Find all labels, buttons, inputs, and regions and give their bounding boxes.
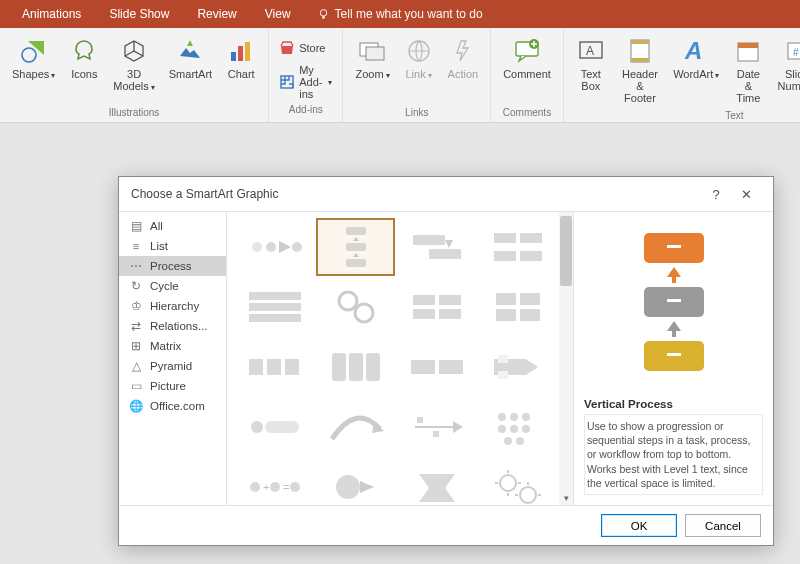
datetime-button[interactable]: Date &Time — [726, 32, 770, 108]
group-label-comments: Comments — [503, 105, 551, 122]
tab-review[interactable]: Review — [183, 0, 250, 28]
shapes-button[interactable]: Shapes▾ — [6, 32, 61, 105]
thumb-process-6[interactable] — [316, 278, 395, 336]
datetime-icon — [736, 39, 760, 63]
svg-point-25 — [252, 242, 262, 252]
link-button[interactable]: Link▾ — [398, 32, 440, 105]
thumb-process-17[interactable]: += — [235, 458, 314, 505]
thumb-process-14[interactable] — [316, 398, 395, 456]
svg-rect-81 — [667, 245, 681, 248]
svg-rect-55 — [366, 353, 380, 381]
thumb-process-11[interactable] — [397, 338, 476, 396]
cat-pyramid[interactable]: △Pyramid — [119, 356, 226, 376]
ok-button[interactable]: OK — [601, 514, 677, 537]
cat-cycle[interactable]: ↻Cycle — [119, 276, 226, 296]
svg-rect-37 — [249, 292, 301, 300]
smartart-dialog: Choose a SmartArt Graphic ? ✕ ▤All ≡List… — [118, 176, 774, 546]
comment-button[interactable]: Comment — [497, 32, 557, 105]
svg-rect-16 — [631, 40, 649, 44]
all-icon: ▤ — [129, 219, 143, 233]
thumb-process-3[interactable] — [397, 218, 476, 276]
group-label-text: Text — [725, 108, 743, 125]
textbox-button[interactable]: A TextBox — [570, 32, 612, 108]
slidenumber-button[interactable]: # SlideNumber — [772, 32, 800, 108]
thumb-process-18[interactable] — [316, 458, 395, 505]
thumb-process-12[interactable] — [478, 338, 557, 396]
thumb-process-15[interactable] — [397, 398, 476, 456]
thumb-process-19[interactable] — [397, 458, 476, 505]
svg-rect-56 — [411, 360, 435, 374]
tell-me-search[interactable]: Tell me what you want to do — [305, 7, 483, 21]
preview-description: Use to show a progression or sequential … — [584, 414, 763, 495]
chart-icon — [228, 38, 254, 64]
thumb-process-16[interactable] — [478, 398, 557, 456]
ribbon: Shapes▾ Icons 3DModels▾ SmartArt Chart I… — [0, 28, 800, 123]
scroll-down-icon[interactable]: ▾ — [559, 491, 573, 505]
my-addins-button[interactable]: My Add-ins▾ — [275, 62, 336, 102]
thumb-process-5[interactable] — [235, 278, 314, 336]
dialog-help-button[interactable]: ? — [701, 182, 731, 206]
svg-rect-85 — [667, 353, 681, 356]
thumb-process-7[interactable] — [397, 278, 476, 336]
chart-button[interactable]: Chart — [220, 32, 262, 105]
hierarchy-icon: ♔ — [129, 299, 143, 313]
thumb-process-4[interactable] — [478, 218, 557, 276]
svg-point-70 — [504, 437, 512, 445]
cat-list[interactable]: ≡List — [119, 236, 226, 256]
thumb-vertical-process[interactable] — [316, 218, 395, 276]
svg-point-69 — [522, 425, 530, 433]
dialog-close-button[interactable]: ✕ — [731, 182, 761, 206]
wordart-button[interactable]: A WordArt▾ — [668, 32, 724, 108]
cat-hierarchy[interactable]: ♔Hierarchy — [119, 296, 226, 316]
tab-animations[interactable]: Animations — [8, 0, 95, 28]
svg-text:A: A — [684, 37, 702, 64]
scroll-thumb[interactable] — [560, 216, 572, 286]
thumb-process-8[interactable] — [478, 278, 557, 336]
thumb-process-9[interactable] — [235, 338, 314, 396]
smartart-icon — [176, 38, 204, 64]
pyramid-icon: △ — [129, 359, 143, 373]
tell-me-label: Tell me what you want to do — [335, 7, 483, 21]
zoom-button[interactable]: Zoom▾ — [349, 32, 395, 105]
svg-text:=: = — [283, 481, 289, 493]
cat-relationship[interactable]: ⇄Relations... — [119, 316, 226, 336]
cat-process[interactable]: ⋯Process — [119, 256, 226, 276]
slidenumber-icon: # — [785, 39, 800, 63]
process-icon: ⋯ — [129, 259, 143, 273]
svg-point-3 — [22, 48, 36, 62]
picture-icon: ▭ — [129, 379, 143, 393]
smartart-button[interactable]: SmartArt — [163, 32, 218, 105]
svg-point-27 — [292, 242, 302, 252]
smartart-gallery: += ▴ ▾ — [227, 212, 573, 505]
tab-slideshow[interactable]: Slide Show — [95, 0, 183, 28]
thumb-process-1[interactable] — [235, 218, 314, 276]
addins-icon — [279, 74, 295, 90]
icons-button[interactable]: Icons — [63, 32, 105, 105]
cat-all[interactable]: ▤All — [119, 216, 226, 236]
dialog-title: Choose a SmartArt Graphic — [131, 187, 278, 201]
thumb-process-20[interactable] — [478, 458, 557, 505]
svg-point-41 — [355, 304, 373, 322]
headerfooter-icon — [628, 38, 652, 64]
thumb-process-13[interactable] — [235, 398, 314, 456]
cat-office[interactable]: 🌐Office.com — [119, 396, 226, 416]
shapes-icon — [20, 37, 48, 65]
svg-rect-54 — [349, 353, 363, 381]
svg-rect-34 — [520, 233, 542, 243]
svg-point-67 — [498, 425, 506, 433]
svg-rect-38 — [249, 303, 301, 311]
cat-matrix[interactable]: ⊞Matrix — [119, 336, 226, 356]
action-button[interactable]: Action — [442, 32, 485, 105]
ribbon-tabs: Animations Slide Show Review View Tell m… — [0, 0, 800, 28]
tab-view[interactable]: View — [251, 0, 305, 28]
store-button[interactable]: Store — [275, 38, 336, 58]
3d-models-button[interactable]: 3DModels▾ — [107, 32, 160, 105]
cat-picture[interactable]: ▭Picture — [119, 376, 226, 396]
header-footer-button[interactable]: Header& Footer — [614, 32, 666, 108]
cancel-button[interactable]: Cancel — [685, 514, 761, 537]
cycle-icon: ↻ — [129, 279, 143, 293]
action-icon — [451, 39, 475, 63]
svg-rect-63 — [433, 431, 439, 437]
thumb-process-10[interactable] — [316, 338, 395, 396]
gallery-scrollbar[interactable]: ▴ ▾ — [559, 212, 573, 505]
